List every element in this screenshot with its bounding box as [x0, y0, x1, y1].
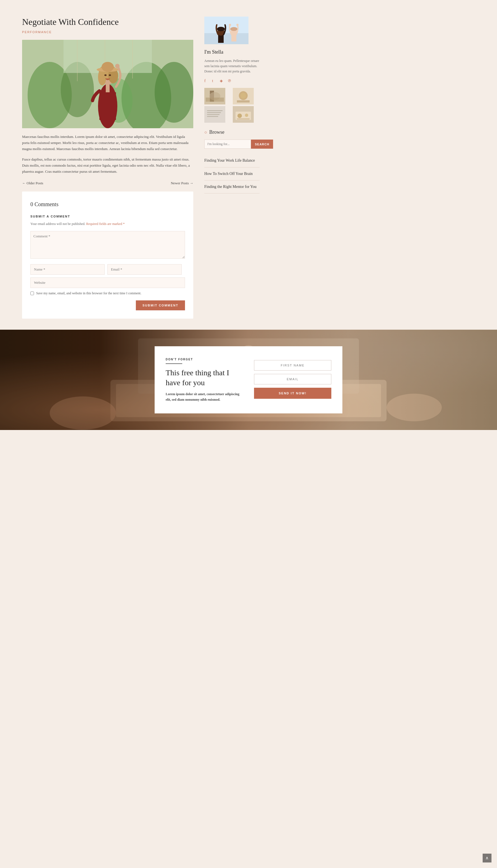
browse-title: Browse	[209, 128, 225, 136]
sidebar-thumb-4[interactable]	[233, 106, 254, 123]
comment-form-row	[30, 264, 185, 277]
article-image	[22, 40, 193, 128]
svg-point-56	[386, 394, 442, 421]
facebook-icon[interactable]: f	[204, 78, 209, 83]
svg-rect-43	[207, 114, 219, 115]
cta-right: SEND IT NOW!	[254, 357, 331, 399]
cta-first-name-input[interactable]	[254, 360, 331, 371]
submit-comment-heading: SUBMIT A COMMENT	[30, 214, 185, 219]
cta-section: DON'T FORGET This free thing that I have…	[0, 330, 497, 430]
comments-count: 0 Comments	[30, 200, 185, 209]
svg-point-18	[102, 62, 114, 72]
submit-comment-button[interactable]: SUBMIT COMMENT	[136, 300, 185, 310]
svg-rect-39	[237, 100, 250, 102]
svg-rect-42	[207, 112, 221, 113]
sidebar-avatar	[204, 17, 248, 44]
cta-email-input[interactable]	[254, 374, 331, 384]
cta-left: DON'T FORGET This free thing that I have…	[166, 357, 243, 402]
svg-point-48	[245, 113, 248, 117]
sidebar-grid	[204, 88, 259, 123]
name-input[interactable]	[30, 264, 105, 275]
newer-posts-link[interactable]: Newer Posts →	[171, 180, 193, 186]
pinterest-icon[interactable]: ℗	[228, 78, 232, 83]
required-fields-link[interactable]: Required fields are marked *	[86, 222, 125, 226]
website-input[interactable]	[30, 277, 185, 288]
browse-section: ○ Browse SEARCH Finding Your Work Life B…	[204, 128, 259, 193]
page-wrapper: Negotiate With Confidence PERFORMANCE	[0, 0, 497, 430]
svg-rect-11	[99, 92, 116, 120]
sidebar-bio: Aenean eu leo quam. Pellentesque ornare …	[204, 58, 259, 74]
svg-rect-35	[206, 98, 224, 102]
instagram-icon[interactable]: ◈	[220, 78, 225, 83]
sidebar-thumb-1[interactable]	[204, 88, 225, 105]
older-posts-link[interactable]: ← Older Posts	[22, 180, 43, 186]
email-input[interactable]	[108, 264, 182, 275]
sidebar-thumb-3[interactable]	[204, 106, 225, 123]
svg-point-21	[109, 74, 111, 76]
svg-point-30	[229, 24, 231, 26]
article-paragraph-2: Fusce dapibus, tellus ac cursus commodo,…	[22, 156, 193, 175]
article-paragraph-1: Maecenas faucibus mollis interdum. Lorem…	[22, 134, 193, 152]
svg-point-55	[50, 396, 116, 429]
search-button[interactable]: SEARCH	[251, 140, 273, 149]
comment-notice: Your email address will not be published…	[30, 221, 185, 226]
article-category: PERFORMANCE	[22, 30, 193, 35]
save-info-checkbox[interactable]	[30, 291, 34, 295]
cta-submit-button[interactable]: SEND IT NOW!	[254, 388, 331, 399]
twitter-icon[interactable]: t	[212, 78, 217, 83]
search-input[interactable]	[204, 140, 251, 149]
svg-point-26	[217, 27, 225, 31]
save-info-label: Save my name, email, and website in this…	[36, 291, 141, 296]
main-column: Negotiate With Confidence PERFORMANCE	[22, 17, 193, 319]
svg-point-20	[104, 74, 106, 76]
svg-point-4	[155, 62, 193, 123]
sidebar-post-link-1[interactable]: Finding Your Work Life Balance	[204, 159, 255, 163]
sidebar-name: I'm Stella	[204, 48, 259, 56]
cta-headline: This free thing that I have for you	[166, 368, 243, 388]
social-icons: f t ◈ ℗	[204, 78, 259, 83]
pagination: ← Older Posts Newer Posts →	[22, 180, 193, 186]
browse-header: ○ Browse	[204, 128, 259, 136]
article-title: Negotiate With Confidence	[22, 17, 193, 27]
sidebar-thumb-2[interactable]	[233, 88, 254, 105]
sidebar-post-link-3[interactable]: Finding the Right Mentor for You	[204, 184, 256, 189]
sidebar-column: I'm Stella Aenean eu leo quam. Pellentes…	[204, 17, 259, 319]
cta-subtext: Lorem ipsum dolor sit amet, consectetuer…	[166, 391, 243, 402]
svg-rect-41	[207, 110, 223, 111]
sidebar-post-link-2[interactable]: How To Switch Off Your Brain	[204, 171, 253, 176]
sidebar-post-list: Finding Your Work Life Balance How To Sw…	[204, 154, 259, 193]
svg-point-31	[236, 24, 239, 26]
svg-point-19	[115, 64, 119, 68]
svg-rect-23	[204, 17, 248, 33]
cta-underline	[166, 363, 182, 364]
sidebar-post-item-1: Finding Your Work Life Balance	[204, 154, 259, 167]
sidebar-post-item-2: How To Switch Off Your Brain	[204, 167, 259, 180]
save-checkbox-row: Save my name, email, and website in this…	[30, 291, 185, 296]
svg-rect-49	[237, 119, 250, 119]
cta-dont-forget: DON'T FORGET	[166, 357, 243, 362]
search-icon: ○	[204, 129, 207, 136]
comments-section: 0 Comments SUBMIT A COMMENT Your email a…	[22, 192, 193, 318]
sidebar-post-item-3: Finding the Right Mentor for You	[204, 180, 259, 193]
svg-rect-44	[207, 116, 218, 117]
comment-textarea[interactable]	[30, 231, 185, 259]
main-content-area: Negotiate With Confidence PERFORMANCE	[0, 0, 497, 330]
cta-card: DON'T FORGET This free thing that I have…	[155, 346, 342, 413]
svg-point-29	[230, 27, 238, 31]
svg-point-47	[238, 113, 242, 118]
search-row: SEARCH	[204, 140, 259, 149]
svg-point-38	[241, 93, 246, 98]
